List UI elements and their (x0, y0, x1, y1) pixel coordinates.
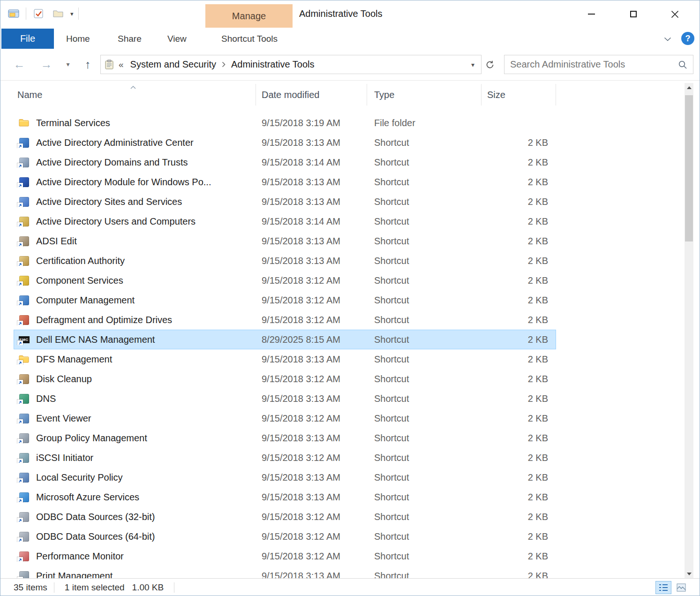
address-dropdown-caret-icon[interactable]: ▾ (471, 61, 481, 68)
up-button[interactable]: ↑ (79, 56, 96, 73)
file-row[interactable]: Group Policy Management9/15/2018 3:13 AM… (14, 428, 556, 448)
recent-locations-caret-icon[interactable]: ▾ (60, 56, 76, 73)
ad-admin-center-icon (18, 137, 30, 148)
file-date-modified: 9/15/2018 3:12 AM (256, 315, 367, 325)
file-type: Shortcut (367, 551, 482, 562)
file-row[interactable]: Active Directory Users and Computers9/15… (14, 211, 556, 231)
file-size: 2 KB (482, 453, 556, 463)
column-header-date-modified[interactable]: Date modified (256, 84, 367, 106)
shortcut-arrow-icon (17, 518, 23, 522)
disk-cleanup-icon (18, 373, 30, 385)
column-header-size[interactable]: Size (482, 84, 556, 106)
properties-icon[interactable] (31, 6, 46, 21)
close-button[interactable] (654, 0, 696, 28)
back-button[interactable]: ← (11, 56, 28, 73)
file-date-modified: 9/15/2018 3:12 AM (256, 413, 367, 424)
vertical-scrollbar[interactable] (685, 83, 693, 578)
file-row[interactable]: Performance Monitor9/15/2018 3:12 AMShor… (14, 546, 556, 566)
scrollbar-thumb[interactable] (685, 95, 693, 241)
search-input[interactable] (504, 59, 672, 70)
dns-icon (18, 393, 30, 404)
file-row[interactable]: Disk Cleanup9/15/2018 3:12 AMShortcut2 K… (14, 369, 556, 389)
file-row[interactable]: Active Directory Domains and Trusts9/15/… (14, 152, 556, 172)
file-row[interactable]: Microsoft Azure Services9/15/2018 3:13 A… (14, 487, 556, 507)
file-row[interactable]: Computer Management9/15/2018 3:12 AMShor… (14, 290, 556, 310)
file-size: 2 KB (482, 315, 556, 325)
file-name: ODBC Data Sources (64-bit) (36, 531, 155, 542)
file-row[interactable]: Event Viewer9/15/2018 3:12 AMShortcut2 K… (14, 408, 556, 428)
file-row[interactable]: ADSI Edit9/15/2018 3:13 AMShortcut2 KB (14, 231, 556, 251)
titlebar: ▾ Manage Administrative Tools (0, 0, 700, 29)
file-row[interactable]: iSCSI Initiator9/15/2018 3:12 AMShortcut… (14, 448, 556, 468)
defrag-icon (18, 314, 30, 325)
customize-toolbar-caret-icon[interactable]: ▾ (70, 10, 74, 17)
breadcrumb-chevron-icon[interactable] (221, 61, 226, 68)
file-row[interactable]: Print Management9/15/2018 3:13 AMShortcu… (14, 566, 556, 578)
file-row[interactable]: Defragment and Optimize Drives9/15/2018 … (14, 310, 556, 330)
shortcut-arrow-icon (17, 419, 23, 424)
address-bar[interactable]: « System and Security Administrative Too… (100, 55, 482, 74)
file-row[interactable]: Component Services9/15/2018 3:12 AMShort… (14, 271, 556, 290)
chevron-down-icon (664, 37, 671, 41)
tab-home[interactable]: Home (60, 29, 97, 49)
file-type: Shortcut (367, 196, 482, 207)
selection-size: 1.00 KB (131, 582, 174, 593)
search-icon[interactable] (672, 60, 693, 69)
dell-emc-icon: EMC (18, 334, 30, 345)
breadcrumb-system-and-security[interactable]: System and Security (126, 59, 221, 70)
column-header-type[interactable]: Type (367, 84, 482, 106)
refresh-button[interactable] (484, 59, 496, 71)
shortcut-arrow-icon (17, 163, 23, 168)
maximize-button[interactable] (612, 0, 654, 28)
details-view-button[interactable] (655, 581, 671, 594)
scroll-down-icon[interactable] (685, 569, 693, 578)
file-row[interactable]: ODBC Data Sources (32-bit)9/15/2018 3:12… (14, 507, 556, 527)
file-row[interactable]: EMCDell EMC NAS Management8/29/2025 8:15… (14, 330, 556, 349)
ad-users-computers-icon (18, 216, 30, 227)
tab-share[interactable]: Share (111, 29, 148, 49)
shortcut-arrow-icon (17, 439, 23, 444)
selection-count: 1 item selected (54, 582, 131, 593)
file-row[interactable]: Active Directory Module for Windows Po..… (14, 172, 556, 192)
file-row[interactable]: Terminal Services9/15/2018 3:19 AMFile f… (14, 113, 556, 133)
help-button[interactable]: ? (681, 32, 694, 45)
tab-file[interactable]: File (1, 29, 54, 49)
explorer-window: ▾ Manage Administrative Tools File Home … (0, 0, 700, 596)
file-name: Print Management (36, 571, 113, 579)
file-row[interactable]: Local Security Policy9/15/2018 3:13 AMSh… (14, 468, 556, 487)
file-row[interactable]: Certification Authority9/15/2018 3:13 AM… (14, 251, 556, 271)
explorer-icon[interactable] (6, 6, 21, 21)
thumbnail-view-button[interactable] (673, 581, 689, 594)
breadcrumb-administrative-tools[interactable]: Administrative Tools (226, 59, 319, 70)
ad-sites-services-icon (18, 196, 30, 207)
file-type: Shortcut (367, 315, 482, 325)
file-type: Shortcut (367, 492, 482, 503)
folder-icon (18, 117, 30, 128)
file-size: 2 KB (482, 472, 556, 483)
shortcut-arrow-icon (17, 183, 23, 188)
forward-button[interactable]: → (38, 56, 55, 73)
new-folder-icon[interactable] (51, 6, 66, 21)
file-row[interactable]: DNS9/15/2018 3:13 AMShortcut2 KB (14, 389, 556, 408)
tab-view[interactable]: View (161, 29, 193, 49)
manage-contextual-tab[interactable]: Manage (205, 4, 293, 28)
file-date-modified: 9/15/2018 3:12 AM (256, 512, 367, 522)
file-row[interactable]: Active Directory Administrative Center9/… (14, 133, 556, 152)
scroll-up-icon[interactable] (685, 83, 693, 92)
file-row[interactable]: Active Directory Sites and Services9/15/… (14, 192, 556, 211)
column-header-name[interactable]: Name (0, 84, 256, 106)
window-title: Administrative Tools (299, 8, 382, 19)
column-headers: Name Date modified Type Size (0, 84, 556, 106)
file-size: 2 KB (482, 157, 556, 168)
file-name: Performance Monitor (36, 551, 124, 562)
close-icon (671, 10, 679, 18)
file-row[interactable]: DFS Management9/15/2018 3:13 AMShortcut2… (14, 349, 556, 369)
ribbon-collapse-button[interactable] (661, 33, 675, 45)
shortcut-arrow-icon (17, 222, 23, 227)
breadcrumb-overflow[interactable]: « (117, 60, 126, 70)
tab-shortcut-tools[interactable]: Shortcut Tools (212, 29, 286, 49)
item-count: 35 items (0, 582, 54, 593)
minimize-button[interactable] (571, 0, 612, 28)
maximize-icon (630, 11, 637, 17)
file-row[interactable]: ODBC Data Sources (64-bit)9/15/2018 3:12… (14, 527, 556, 546)
